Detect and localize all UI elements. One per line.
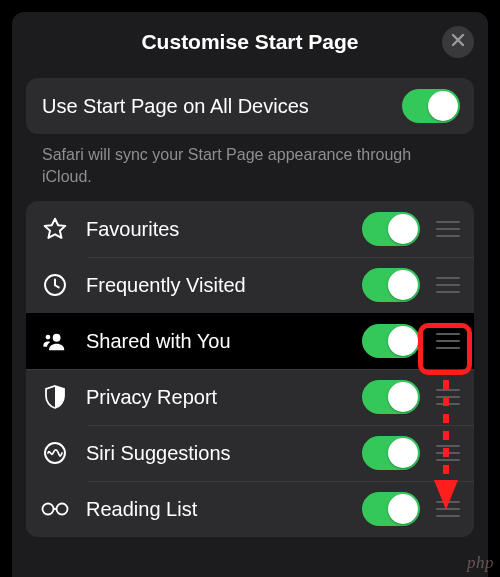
drag-handle[interactable] [436,333,460,349]
row-shared-with-you: Shared with You [26,313,474,369]
item-toggle-frequently-visited[interactable] [362,268,420,302]
item-toggle-reading-list[interactable] [362,492,420,526]
drag-handle[interactable] [436,501,460,517]
sync-toggle[interactable] [402,89,460,123]
item-label: Favourites [86,218,362,241]
siri-icon [40,438,70,468]
close-icon [451,33,465,51]
people-icon [40,326,70,356]
item-toggle-privacy-report[interactable] [362,380,420,414]
svg-point-4 [43,504,54,515]
sync-caption: Safari will sync your Start Page appeara… [42,144,458,187]
shield-icon [40,382,70,412]
svg-point-5 [57,504,68,515]
star-icon [40,214,70,244]
drag-handle[interactable] [436,389,460,405]
sync-section: Use Start Page on All Devices [26,78,474,134]
close-button[interactable] [442,26,474,58]
item-toggle-siri-suggestions[interactable] [362,436,420,470]
glasses-icon [40,494,70,524]
item-label: Shared with You [86,330,362,353]
item-label: Privacy Report [86,386,362,409]
row-privacy-report: Privacy Report [26,369,474,425]
drag-handle[interactable] [436,221,460,237]
svg-point-2 [46,335,51,340]
items-section: Favourites Frequently Visited Shared wit… [26,201,474,537]
watermark: php [467,553,494,573]
drag-handle[interactable] [436,277,460,293]
item-toggle-favourites[interactable] [362,212,420,246]
row-reading-list: Reading List [26,481,474,537]
page-title: Customise Start Page [141,30,358,54]
row-siri-suggestions: Siri Suggestions [26,425,474,481]
row-favourites: Favourites [26,201,474,257]
item-label: Frequently Visited [86,274,362,297]
drag-handle[interactable] [436,445,460,461]
sync-label: Use Start Page on All Devices [42,95,402,118]
item-label: Siri Suggestions [86,442,362,465]
sheet-header: Customise Start Page [12,12,488,72]
sync-row: Use Start Page on All Devices [26,78,474,134]
item-label: Reading List [86,498,362,521]
clock-icon [40,270,70,300]
row-frequently-visited: Frequently Visited [26,257,474,313]
svg-point-1 [53,334,61,342]
item-toggle-shared-with-you[interactable] [362,324,420,358]
